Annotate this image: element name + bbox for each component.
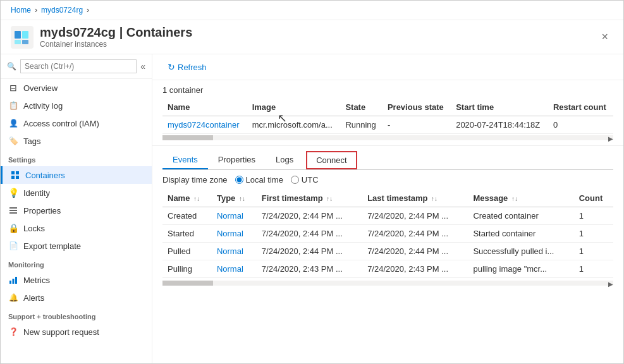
col-header-image: Image <box>247 99 341 116</box>
svg-rect-0 <box>15 31 21 39</box>
events-scroll-thumb[interactable] <box>162 281 213 286</box>
event-count: 1 <box>574 243 613 260</box>
evt-col-count[interactable]: Count <box>574 190 613 207</box>
sidebar-item-label: Properties <box>23 206 61 215</box>
evt-col-type[interactable]: Type ↑↓ <box>212 190 257 207</box>
tabs-section: Events Properties Logs Connect <box>152 146 623 170</box>
svg-rect-2 <box>15 40 21 44</box>
event-first-ts: 7/24/2020, 2:43 PM ... <box>257 260 362 278</box>
close-button[interactable]: × <box>596 28 613 46</box>
locks-icon: 🔒 <box>8 223 18 233</box>
export-template-icon: 📄 <box>8 241 18 251</box>
containers-icon <box>10 170 20 180</box>
sidebar-item-new-support-request[interactable]: ❓ New support request <box>1 323 152 341</box>
container-name[interactable]: myds0724container <box>162 116 247 134</box>
breadcrumb-sep1: › <box>35 6 37 15</box>
events-table: Name ↑↓ Type ↑↓ First timestamp ↑↓ Last … <box>162 190 613 278</box>
table-row: Created Normal 7/24/2020, 2:44 PM ... 7/… <box>162 207 613 225</box>
col-header-prev-state: Previous state <box>382 99 451 116</box>
refresh-label: Refresh <box>178 63 207 72</box>
tab-properties[interactable]: Properties <box>208 151 266 169</box>
containers-table-scroll[interactable]: Name Image State Previous state Start ti… <box>162 99 613 134</box>
col-header-restart-count: Restart count <box>548 99 613 116</box>
sidebar-item-label: New support request <box>23 327 99 337</box>
sidebar-item-export-template[interactable]: 📄 Export template <box>1 237 152 255</box>
table-row: Pulling Normal 7/24/2020, 2:43 PM ... 7/… <box>162 260 613 278</box>
app-container: Home › myds0724rg › myds0724cg | Contain… <box>0 0 624 364</box>
collapse-sidebar-button[interactable]: « <box>140 61 145 71</box>
sidebar-item-label: Overview <box>23 83 58 93</box>
evt-col-last-ts[interactable]: Last timestamp ↑↓ <box>362 190 468 207</box>
refresh-icon: ↻ <box>168 62 175 72</box>
sidebar-item-label: Alerts <box>23 293 44 303</box>
sidebar-item-alerts[interactable]: 🔔 Alerts <box>1 289 152 306</box>
refresh-button[interactable]: ↻ Refresh <box>162 59 212 75</box>
sidebar-item-metrics[interactable]: Metrics <box>1 271 152 289</box>
col-header-state: State <box>340 99 382 116</box>
utc-radio[interactable] <box>291 176 299 184</box>
event-message: pulling image "mcr... <box>468 260 573 278</box>
sidebar-item-properties[interactable]: Properties <box>1 202 152 219</box>
sidebar-item-identity[interactable]: 💡 Identity <box>1 184 152 202</box>
event-last-ts: 7/24/2020, 2:44 PM ... <box>362 243 468 260</box>
sidebar-item-label: Metrics <box>23 276 50 285</box>
container-image: mcr.microsoft.com/a... <box>247 116 341 134</box>
event-last-ts: 7/24/2020, 2:44 PM ... <box>362 225 468 243</box>
tags-icon: 🏷️ <box>8 136 18 146</box>
event-last-ts: 7/24/2020, 2:44 PM ... <box>362 207 468 225</box>
breadcrumb-home[interactable]: Home <box>11 6 31 15</box>
sidebar-item-activity-log[interactable]: 📋 Activity log <box>1 97 152 114</box>
table-row[interactable]: myds0724container mcr.microsoft.com/a...… <box>162 116 613 134</box>
events-scrollbar[interactable]: ▶ <box>162 281 613 286</box>
evt-col-first-ts[interactable]: First timestamp ↑↓ <box>257 190 362 207</box>
utc-label[interactable]: UTC <box>302 175 319 185</box>
activity-log-icon: 📋 <box>8 100 18 111</box>
local-time-label[interactable]: Local time <box>246 175 283 185</box>
local-time-radio[interactable] <box>235 176 243 184</box>
container-prev-state: - <box>382 116 451 134</box>
search-input[interactable] <box>20 59 137 73</box>
svg-rect-10 <box>9 212 17 214</box>
breadcrumb-resource[interactable]: myds0724rg <box>41 6 83 15</box>
sidebar-item-access-control[interactable]: 👤 Access control (IAM) <box>1 114 152 132</box>
support-section-label: Support + troubleshooting <box>1 306 152 323</box>
event-type: Normal <box>212 207 257 225</box>
sidebar-item-label: Locks <box>23 224 45 233</box>
event-message: Started container <box>468 225 573 243</box>
container-count: 1 container <box>162 85 613 95</box>
main-layout: 🔍 « ⊟ Overview 📋 Activity log 👤 Access c… <box>1 54 623 363</box>
container-state: Running <box>340 116 382 134</box>
sidebar: 🔍 « ⊟ Overview 📋 Activity log 👤 Access c… <box>1 54 152 363</box>
settings-section-label: Settings <box>1 150 152 166</box>
containers-table-header-row: Name Image State Previous state Start ti… <box>162 99 613 116</box>
evt-col-name[interactable]: Name ↑↓ <box>162 190 212 207</box>
breadcrumb-sep2: › <box>87 6 89 15</box>
tabs: Events Properties Logs Connect <box>162 151 613 170</box>
svg-rect-9 <box>9 210 17 211</box>
sidebar-item-containers[interactable]: Containers <box>1 166 152 184</box>
events-table-area: Name ↑↓ Type ↑↓ First timestamp ↑↓ Last … <box>152 190 623 363</box>
containers-scrollbar[interactable]: ▶ <box>162 135 613 140</box>
col-header-start-time: Start time <box>451 99 548 116</box>
identity-icon: 💡 <box>8 188 18 198</box>
sidebar-item-tags[interactable]: 🏷️ Tags <box>1 132 152 150</box>
evt-col-message[interactable]: Message ↑↓ <box>468 190 573 207</box>
container-restart-count: 0 <box>548 116 613 134</box>
sidebar-item-label: Tags <box>23 136 40 146</box>
tab-events[interactable]: Events <box>162 151 208 169</box>
message-sort-icon: ↑↓ <box>511 195 518 202</box>
sidebar-item-label: Access control (IAM) <box>23 119 99 128</box>
event-message: Successfully pulled i... <box>468 243 573 260</box>
containers-scroll-thumb[interactable] <box>162 135 213 140</box>
sidebar-item-label: Identity <box>23 188 50 198</box>
event-type: Normal <box>212 243 257 260</box>
sidebar-item-locks[interactable]: 🔒 Locks <box>1 219 152 237</box>
sidebar-item-overview[interactable]: ⊟ Overview <box>1 79 152 97</box>
svg-rect-5 <box>16 171 19 174</box>
tab-logs[interactable]: Logs <box>266 151 303 169</box>
table-row: Pulled Normal 7/24/2020, 2:44 PM ... 7/2… <box>162 243 613 260</box>
event-first-ts: 7/24/2020, 2:44 PM ... <box>257 243 362 260</box>
tab-connect[interactable]: Connect <box>306 151 357 169</box>
content-area: ↖ ↻ Refresh 1 container Name Image <box>152 54 623 363</box>
svg-rect-12 <box>13 279 15 284</box>
